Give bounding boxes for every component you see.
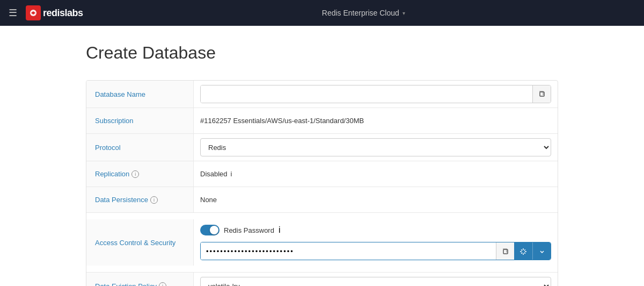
replication-status: Disabled i [200,170,232,178]
page-title: Create Database [86,43,558,63]
data-eviction-value: volatile-lru allkeys-lru volatile-lfu al… [194,273,558,286]
protocol-select[interactable]: Redis Memcached [200,138,551,156]
password-input[interactable] [201,242,496,260]
database-name-label: Database Name [86,81,194,108]
logo: redislabs [26,5,83,20]
replication-row: Replication i Disabled i [86,161,558,187]
replication-value: Disabled i [194,166,558,182]
main-content: Create Database Database Name iw-test [0,26,644,286]
redis-logo-icon [26,5,41,20]
password-copy-button[interactable] [496,242,514,260]
subscription-value: #1162257 Essentials/AWS/us-east-1/Standa… [194,112,558,129]
protocol-value: Redis Memcached [194,134,558,161]
password-input-container [200,242,551,260]
redis-password-label: Redis Password [224,226,274,234]
access-control-row: Access Control & Security Redis Password… [86,213,558,273]
password-input-row [194,240,558,266]
data-eviction-label: Data Eviction Policy i [86,273,194,286]
access-control-label: Access Control & Security [86,219,194,266]
subscription-row: Subscription #1162257 Essentials/AWS/us-… [86,108,558,134]
protocol-label: Protocol [86,134,194,161]
data-eviction-info-icon[interactable]: i [159,282,166,286]
database-name-value: iw-test [194,81,558,108]
product-name-button[interactable]: Redis Enterprise Cloud ▾ [322,9,405,17]
redis-password-info-icon[interactable]: i [279,225,281,235]
database-name-copy-button[interactable] [532,85,551,103]
protocol-row: Protocol Redis Memcached [86,134,558,161]
subscription-label: Subscription [86,108,194,133]
replication-label: Replication i [86,161,194,187]
product-selector: Redis Enterprise Cloud ▾ [92,9,635,17]
access-control-content: Redis Password i [194,219,558,266]
toggle-thumb [210,226,218,234]
product-name-label: Redis Enterprise Cloud [322,9,399,17]
data-persistence-text: None [200,196,217,204]
data-eviction-row: Data Eviction Policy i volatile-lru allk… [86,273,558,286]
database-name-input[interactable]: iw-test [201,85,532,103]
product-chevron-icon: ▾ [402,10,405,16]
toggle-track [200,225,219,235]
svg-rect-2 [503,249,508,254]
access-control-toggle-row: Redis Password i [194,219,558,240]
replication-info-icon[interactable]: i [131,170,139,178]
create-database-form: Database Name iw-test Subscription [86,80,558,286]
data-persistence-info-icon[interactable]: i [150,196,158,204]
password-generate-button[interactable] [514,242,532,260]
password-action-button[interactable] [532,242,551,260]
redis-password-toggle[interactable] [200,225,219,235]
data-persistence-row: Data Persistence i None [86,187,558,213]
data-eviction-select[interactable]: volatile-lru allkeys-lru volatile-lfu al… [200,277,551,286]
svg-rect-1 [540,92,544,96]
data-persistence-label: Data Persistence i [86,187,194,212]
database-name-input-container: iw-test [200,85,551,103]
replication-status-info-icon[interactable]: i [231,170,232,178]
data-persistence-value: None [194,191,558,208]
subscription-text: #1162257 Essentials/AWS/us-east-1/Standa… [200,117,364,125]
top-navigation: ☰ redislabs Redis Enterprise Cloud ▾ [0,0,644,26]
database-name-row: Database Name iw-test [86,81,558,108]
hamburger-menu-icon[interactable]: ☰ [9,7,17,19]
logo-text: redislabs [43,8,83,19]
